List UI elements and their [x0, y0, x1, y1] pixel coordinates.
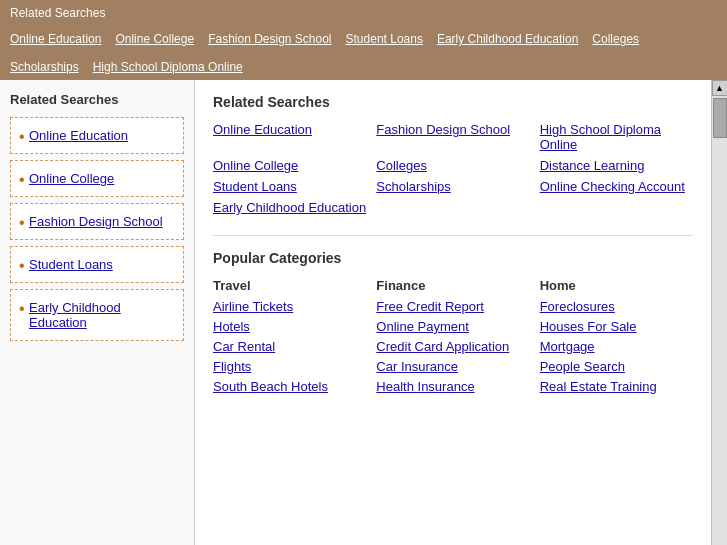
popular-categories-title: Popular Categories: [213, 250, 693, 266]
sidebar-item[interactable]: Student Loans: [10, 246, 184, 283]
category-header: Finance: [376, 278, 529, 293]
related-search-link[interactable]: Colleges: [376, 158, 529, 173]
category-link[interactable]: Car Insurance: [376, 359, 529, 374]
category-link[interactable]: Foreclosures: [540, 299, 693, 314]
category-column: HomeForeclosuresHouses For SaleMortgageP…: [540, 278, 693, 399]
sidebar: Related Searches Online EducationOnline …: [0, 80, 195, 545]
top-link-top-high-school[interactable]: High School Diploma Online: [93, 60, 243, 74]
category-link[interactable]: Houses For Sale: [540, 319, 693, 334]
top-link-top-student-loans[interactable]: Student Loans: [346, 32, 423, 46]
related-search-link[interactable]: High School Diploma Online: [540, 122, 693, 152]
category-header: Home: [540, 278, 693, 293]
related-search-link[interactable]: Scholarships: [376, 179, 529, 194]
top-link-top-early-childhood[interactable]: Early Childhood Education: [437, 32, 578, 46]
related-search-link[interactable]: Student Loans: [213, 179, 366, 194]
top-link-top-fashion-design[interactable]: Fashion Design School: [208, 32, 331, 46]
category-link[interactable]: People Search: [540, 359, 693, 374]
related-search-link[interactable]: Online Education: [213, 122, 366, 152]
related-links-grid: Online EducationOnline CollegeStudent Lo…: [213, 122, 693, 215]
top-link-top-scholarships[interactable]: Scholarships: [10, 60, 79, 74]
sidebar-item[interactable]: Fashion Design School: [10, 203, 184, 240]
category-link[interactable]: Health Insurance: [376, 379, 529, 394]
category-link[interactable]: Credit Card Application: [376, 339, 529, 354]
sidebar-items: Online EducationOnline CollegeFashion De…: [10, 117, 184, 341]
category-link[interactable]: South Beach Hotels: [213, 379, 366, 394]
top-link-top-colleges[interactable]: Colleges: [592, 32, 639, 46]
related-searches-title: Related Searches: [213, 94, 693, 110]
sidebar-title: Related Searches: [10, 92, 184, 107]
category-column: FinanceFree Credit ReportOnline PaymentC…: [376, 278, 529, 399]
category-link[interactable]: Free Credit Report: [376, 299, 529, 314]
related-search-link[interactable]: Distance Learning: [540, 158, 693, 173]
category-link[interactable]: Flights: [213, 359, 366, 374]
scroll-up-button[interactable]: ▲: [712, 80, 728, 96]
category-link[interactable]: Online Payment: [376, 319, 529, 334]
categories-grid: TravelAirline TicketsHotelsCar RentalFli…: [213, 278, 693, 399]
scroll-thumb[interactable]: [713, 98, 727, 138]
related-search-link[interactable]: Fashion Design School: [376, 122, 529, 152]
sidebar-link[interactable]: Online College: [29, 171, 114, 186]
category-link[interactable]: Hotels: [213, 319, 366, 334]
category-link[interactable]: Real Estate Training: [540, 379, 693, 394]
top-bar-label: Related Searches: [10, 6, 105, 20]
top-link-top-online-education[interactable]: Online Education: [10, 32, 101, 46]
sidebar-item[interactable]: Online Education: [10, 117, 184, 154]
related-search-link[interactable]: Early Childhood Education: [213, 200, 366, 215]
section-divider: [213, 235, 693, 236]
top-links: Online EducationOnline CollegeFashion De…: [10, 32, 717, 74]
main-wrapper: Related Searches Online EducationOnline …: [0, 80, 727, 545]
sidebar-link[interactable]: Early Childhood Education: [29, 300, 121, 330]
sidebar-item[interactable]: Early Childhood Education: [10, 289, 184, 341]
related-search-link[interactable]: Online Checking Account: [540, 179, 693, 194]
top-link-top-online-college[interactable]: Online College: [115, 32, 194, 46]
category-header: Travel: [213, 278, 366, 293]
related-search-link[interactable]: Online College: [213, 158, 366, 173]
content: Related Searches Online EducationOnline …: [195, 80, 711, 545]
category-link[interactable]: Airline Tickets: [213, 299, 366, 314]
sidebar-link[interactable]: Student Loans: [29, 257, 113, 272]
popular-section: Popular Categories TravelAirline Tickets…: [213, 250, 693, 399]
top-bar: Related Searches Online EducationOnline …: [0, 0, 727, 80]
sidebar-link[interactable]: Fashion Design School: [29, 214, 163, 229]
scrollbar-track: ▲ ▼: [711, 80, 727, 545]
sidebar-item[interactable]: Online College: [10, 160, 184, 197]
category-column: TravelAirline TicketsHotelsCar RentalFli…: [213, 278, 366, 399]
sidebar-link[interactable]: Online Education: [29, 128, 128, 143]
category-link[interactable]: Car Rental: [213, 339, 366, 354]
category-link[interactable]: Mortgage: [540, 339, 693, 354]
